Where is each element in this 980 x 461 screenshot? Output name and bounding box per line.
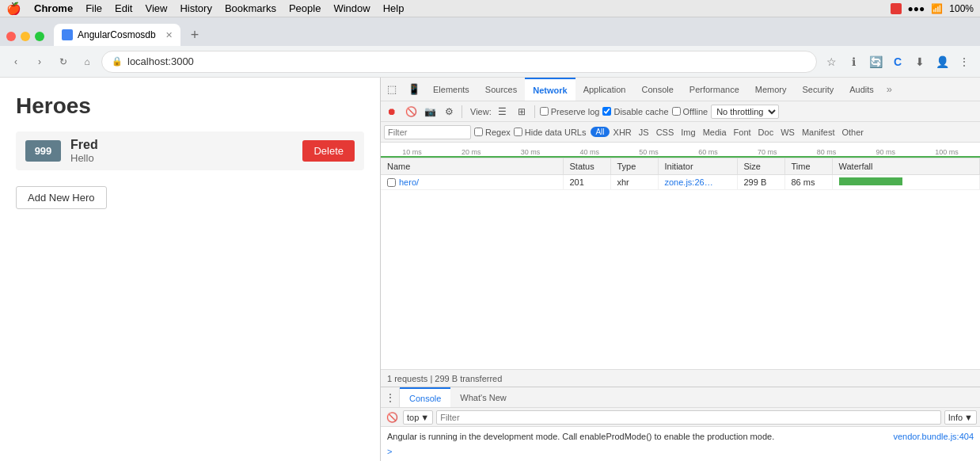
reader-view-icon[interactable]: ℹ (844, 52, 863, 71)
tab-close-button[interactable]: ✕ (165, 30, 173, 40)
bookmark-star-icon[interactable]: ☆ (822, 52, 841, 71)
filter-font[interactable]: Font (731, 127, 754, 138)
filter-xhr[interactable]: XHR (610, 127, 635, 138)
col-header-name[interactable]: Name (381, 158, 563, 175)
console-messages: Angular is running in the development mo… (381, 427, 980, 461)
new-tab-button[interactable]: + (184, 24, 206, 46)
menu-help[interactable]: Help (383, 2, 405, 14)
chrome-settings-icon[interactable]: ⋮ (955, 52, 974, 71)
menubar-right: ●●● 📶 100% (891, 3, 974, 14)
col-header-type[interactable]: Type (610, 158, 658, 175)
delete-button[interactable]: Delete (302, 140, 355, 162)
hide-data-urls-input[interactable] (514, 128, 522, 136)
row-checkbox[interactable] (387, 178, 396, 187)
tab-security[interactable]: Security (795, 78, 842, 101)
console-clear-icon[interactable]: 🚫 (384, 410, 400, 425)
download-icon[interactable]: ⬇ (910, 52, 929, 71)
menu-window[interactable]: Window (333, 2, 370, 14)
offline-checkbox[interactable]: Offline (672, 107, 708, 116)
col-header-waterfall[interactable]: Waterfall (832, 158, 980, 175)
tab-sources[interactable]: Sources (477, 78, 525, 101)
cell-name[interactable]: hero/ (381, 175, 563, 190)
menu-people[interactable]: People (289, 2, 321, 14)
chrome-menu-icon[interactable]: C (888, 52, 907, 71)
menu-bookmarks[interactable]: Bookmarks (225, 2, 276, 14)
filter-js[interactable]: JS (636, 127, 652, 138)
forward-button[interactable]: › (30, 52, 49, 71)
log-level-dropdown-icon: ▼ (964, 413, 973, 422)
tab-audits[interactable]: Audits (841, 78, 882, 101)
filter-img[interactable]: Img (678, 127, 698, 138)
url-bar[interactable]: 🔒 localhost:3000 (101, 51, 817, 73)
tab-network[interactable]: Network (525, 78, 575, 101)
filter-css[interactable]: CSS (653, 127, 678, 138)
hero-info: Fred Hello (70, 138, 293, 164)
group-view-icon[interactable]: ⊞ (514, 104, 530, 120)
hide-data-urls-checkbox[interactable]: Hide data URLs (514, 128, 587, 137)
tab-performance[interactable]: Performance (682, 78, 747, 101)
source-link[interactable]: vendor.bundle.js:404 (893, 430, 974, 444)
inspect-element-icon[interactable]: ⬚ (381, 78, 403, 101)
add-hero-button[interactable]: Add New Hero (16, 186, 107, 209)
regex-checkbox[interactable]: Regex (474, 128, 511, 137)
record-button[interactable]: ⏺ (384, 104, 400, 120)
context-select[interactable]: top ▼ (403, 410, 433, 425)
hero-id: 999 (25, 140, 61, 162)
tab-memory[interactable]: Memory (747, 78, 795, 101)
tab-application[interactable]: Application (575, 78, 634, 101)
extensions-icon[interactable]: 🔄 (866, 52, 885, 71)
tab-favicon (62, 29, 73, 40)
regex-input[interactable] (474, 128, 483, 136)
filter-ws[interactable]: WS (777, 127, 798, 138)
device-toolbar-icon[interactable]: 📱 (403, 78, 425, 101)
disable-cache-input[interactable] (602, 107, 611, 116)
clear-button[interactable]: 🚫 (403, 104, 419, 120)
tab-console[interactable]: Console (633, 78, 681, 101)
network-filter-input[interactable] (384, 125, 471, 139)
col-header-size[interactable]: Size (737, 158, 784, 175)
maximize-window-button[interactable] (35, 32, 44, 41)
table-row[interactable]: hero/ 201 xhr zone.js:26… 299 B 86 ms (381, 175, 980, 190)
close-window-button[interactable] (6, 32, 16, 41)
col-header-time[interactable]: Time (784, 158, 832, 175)
console-menu-icon[interactable]: ⋮ (381, 388, 400, 407)
filter-other[interactable]: Other (838, 127, 867, 138)
menu-view[interactable]: View (145, 2, 167, 14)
col-header-initiator[interactable]: Initiator (658, 158, 737, 175)
filter-all[interactable]: All (591, 127, 609, 137)
tab-elements[interactable]: Elements (425, 78, 477, 101)
preserve-log-input[interactable] (540, 107, 549, 116)
list-view-icon[interactable]: ☰ (495, 104, 511, 120)
browser-tab[interactable]: AngularCosmosdb ✕ (54, 24, 180, 46)
preserve-log-checkbox[interactable]: Preserve log (540, 107, 600, 116)
filter-doc[interactable]: Doc (755, 127, 777, 138)
devtools-more-tabs[interactable]: » (882, 83, 897, 95)
home-button[interactable]: ⌂ (78, 52, 97, 71)
offline-input[interactable] (672, 107, 681, 116)
minimize-window-button[interactable] (21, 32, 30, 41)
throttle-select[interactable]: No throttling (711, 105, 779, 119)
filter-media[interactable]: Media (700, 127, 730, 138)
menu-edit[interactable]: Edit (115, 2, 132, 14)
cons-tab-console[interactable]: Console (400, 387, 450, 407)
menu-history[interactable]: History (180, 2, 211, 14)
col-header-status[interactable]: Status (563, 158, 610, 175)
profile-icon[interactable]: 👤 (933, 52, 952, 71)
back-button[interactable]: ‹ (6, 52, 25, 71)
filter-manifest[interactable]: Manifest (799, 127, 838, 138)
menu-chrome[interactable]: Chrome (34, 2, 73, 14)
cons-tab-whats-new[interactable]: What's New (450, 387, 515, 407)
camera-button[interactable]: 📷 (422, 104, 438, 120)
devtools-toolbar: ⏺ 🚫 📷 ⚙ View: ☰ ⊞ Preserve log Disable c… (381, 101, 980, 122)
tl-80ms: 80 ms (817, 148, 837, 156)
address-right-actions: ☆ ℹ 🔄 C ⬇ 👤 ⋮ (822, 52, 974, 71)
console-filter-input[interactable] (436, 410, 941, 425)
initiator-link[interactable]: zone.js:26… (665, 177, 713, 187)
menu-file[interactable]: File (85, 2, 102, 14)
console-prompt[interactable]: > (387, 445, 974, 459)
filter-icon[interactable]: ⚙ (441, 104, 457, 120)
apple-icon[interactable]: 🍎 (6, 2, 21, 16)
disable-cache-checkbox[interactable]: Disable cache (602, 107, 668, 116)
refresh-button[interactable]: ↻ (54, 52, 73, 71)
log-level-select[interactable]: Info ▼ (944, 410, 977, 425)
